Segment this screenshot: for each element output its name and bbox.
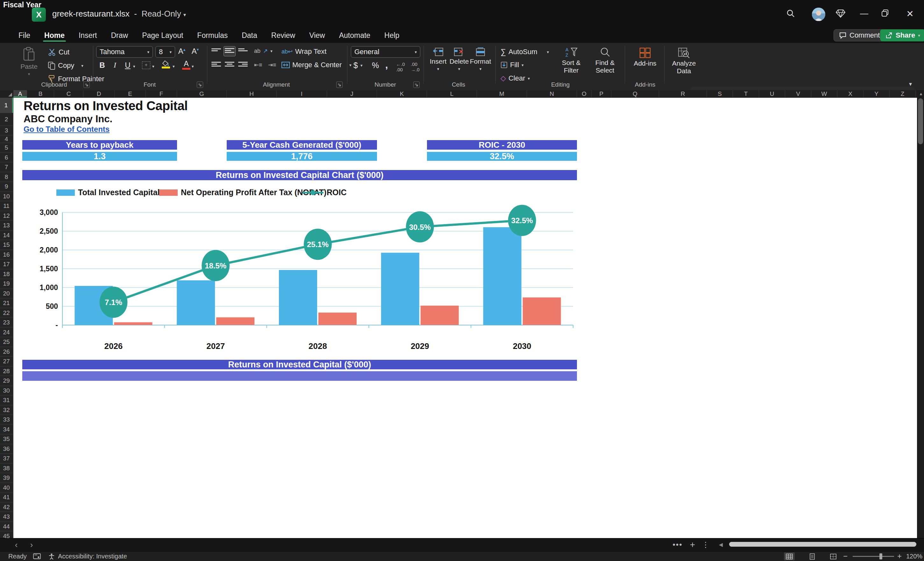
y-axis-label: 3,000	[39, 208, 58, 216]
sheet-content: Returns on Invested Capital ABC Company …	[0, 0, 924, 561]
y-axis-label: -	[56, 321, 58, 329]
roic-bubble-label: 30.5%	[409, 223, 431, 231]
total-invested-capital-bar	[279, 270, 317, 325]
nopat-bar	[318, 313, 357, 325]
legend-label: ROIC	[327, 188, 347, 197]
table1-fiscal-label: Fiscal Year	[3, 0, 41, 9]
kpi-value-0: 1.3	[22, 152, 177, 161]
normal-view-icon[interactable]	[784, 552, 795, 560]
page-title: Returns on Invested Capital	[24, 99, 188, 113]
y-axis-label: 2,000	[39, 246, 58, 254]
zoom-slider-track[interactable]	[853, 556, 894, 557]
kpi-header-1: 5-Year Cash Generated ($'000)	[227, 140, 377, 150]
roic-chart: Total Invested CapitalNet Operating Prof…	[22, 180, 577, 358]
company-name: ABC Company Inc.	[24, 113, 112, 125]
kpi-header-2: ROIC - 2030	[427, 140, 577, 150]
nopat-bar	[421, 306, 459, 325]
y-axis-label: 1,000	[39, 284, 58, 292]
kpi-value-2: 32.5%	[427, 152, 577, 161]
total-invested-capital-bar	[483, 227, 522, 325]
accessibility-status[interactable]: Accessibility: Investigate	[58, 552, 127, 561]
zoom-in-button[interactable]: +	[897, 552, 902, 561]
nopat-bar	[523, 297, 561, 325]
y-axis-label: 500	[46, 302, 58, 310]
y-axis-label: 2,500	[39, 227, 58, 235]
total-invested-capital-bar	[381, 253, 419, 325]
x-axis-label: 2027	[206, 341, 225, 351]
roic-bubble-label: 7.1%	[105, 298, 122, 307]
horizontal-scrollbar-thumb[interactable]	[729, 542, 916, 547]
sheet-tab-bar: ‹ › ••• + ⋮ ◀	[0, 538, 924, 552]
prev-sheet-arrow[interactable]: ‹	[11, 539, 22, 550]
excel-window: X greek-restaurant.xlsx - Read-Only ▾ — …	[0, 0, 924, 561]
next-sheet-arrow[interactable]: ›	[26, 539, 37, 550]
legend-line-marker	[303, 189, 324, 196]
legend-item-1: Net Operating Profit After Tax (NOPAT)	[159, 188, 326, 197]
table-of-contents-link[interactable]: Go to Table of Contents	[24, 125, 110, 134]
legend-item-0: Total Invested Capital	[56, 188, 160, 197]
legend-label: Total Invested Capital	[78, 188, 160, 197]
legend-swatch	[56, 189, 75, 196]
table1-fiscal-row	[22, 371, 577, 381]
nopat-bar	[216, 317, 254, 325]
scroll-up-icon[interactable]: ▲	[919, 92, 923, 96]
zoom-slider-thumb[interactable]	[879, 554, 882, 560]
nopat-bar	[114, 322, 152, 325]
x-axis-label: 2026	[104, 341, 123, 351]
macro-recording-icon[interactable]	[33, 554, 41, 559]
status-mode: Ready	[8, 552, 27, 561]
chart-section-title: Returns on Invested Capital Chart ($'000…	[22, 170, 577, 180]
table1-title: Returns on Invested Capital ($'000)	[22, 360, 577, 369]
legend-swatch	[159, 189, 178, 196]
accessibility-icon	[48, 553, 55, 560]
new-sheet-button[interactable]: +	[687, 539, 698, 550]
zoom-level[interactable]: 120%	[906, 552, 922, 561]
sheet-menu-button[interactable]: ⋮	[702, 539, 710, 550]
kpi-header-0: Years to payback	[22, 140, 177, 150]
roic-bubble-label: 18.5%	[205, 261, 226, 270]
kpi-value-1: 1,776	[227, 152, 377, 161]
y-axis-label: 1,500	[39, 265, 58, 273]
legend-item-2: ROIC	[303, 188, 347, 197]
page-layout-view-icon[interactable]	[807, 552, 818, 560]
zoom-out-button[interactable]: −	[843, 552, 848, 561]
total-invested-capital-bar	[177, 280, 215, 325]
chart-plot: 3,0002,5002,0001,5001,000500-7.1%18.5%25…	[22, 202, 577, 356]
status-bar: Ready Accessibility: Investigate − + 120…	[0, 551, 924, 561]
more-sheets-button[interactable]: •••	[671, 539, 684, 550]
roic-bubble-label: 25.1%	[307, 240, 328, 249]
roic-bubble-label: 32.5%	[512, 216, 533, 225]
vertical-scrollbar[interactable]: ▲	[917, 90, 924, 538]
x-axis-label: 2029	[411, 341, 429, 351]
vertical-scrollbar-thumb[interactable]	[918, 98, 923, 144]
page-break-view-icon[interactable]	[828, 552, 838, 560]
hscroll-left-arrow[interactable]: ◀	[717, 539, 724, 550]
x-axis-label: 2030	[513, 341, 531, 351]
x-axis-label: 2028	[309, 341, 327, 351]
